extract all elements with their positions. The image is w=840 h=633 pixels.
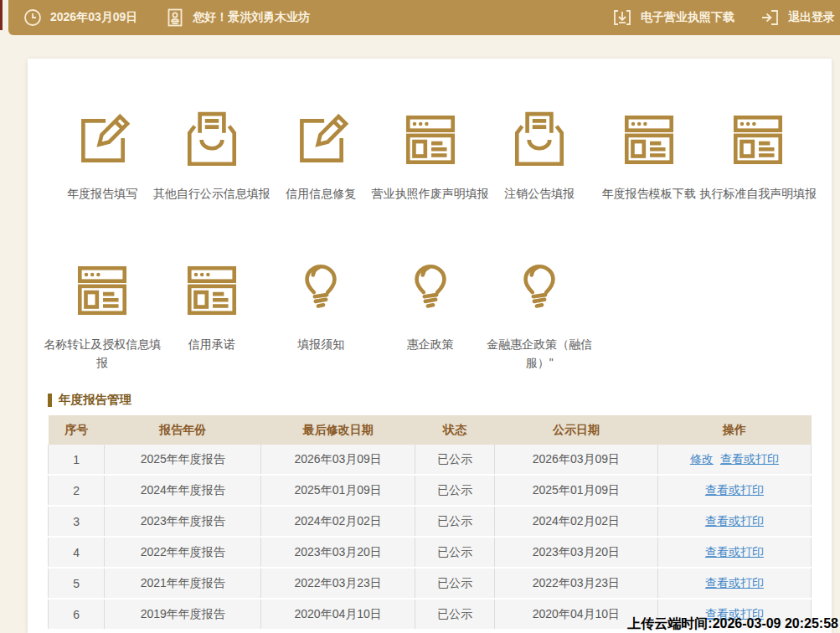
table-header-row: 序号 报告年份 最后修改日期 状态 公示日期 操作 <box>49 415 812 445</box>
form-icon <box>399 109 461 171</box>
form-icon <box>71 260 133 322</box>
cell-no: 5 <box>49 568 105 599</box>
shortcut-label: 金融惠企政策（融信服）" <box>476 335 603 373</box>
table-row: 4 2022年年度报告 2023年03月20日 已公示 2023年03月20日 … <box>49 537 812 568</box>
cell-modified: 2020年04月10日 <box>261 599 415 630</box>
main-card: 年度报告填写 其他自行公示信息填报 信用信息修复 营业执照作废声明填报 注销公告… <box>28 59 832 633</box>
edit-link[interactable]: 修改 <box>690 452 714 466</box>
cell-publish: 2026年03月09日 <box>494 445 657 475</box>
shortcut-label: 信用信息修复 <box>257 184 384 203</box>
edit-icon <box>290 109 352 171</box>
shortcut-other-publicity-info[interactable]: 其他自行公示信息填报 <box>157 109 267 260</box>
view-print-link[interactable]: 查看或打印 <box>705 483 764 497</box>
cell-status: 已公示 <box>415 475 495 506</box>
cell-publish: 2024年02月02日 <box>494 506 657 537</box>
shortcut-credit-commitment[interactable]: 信用承诺 <box>157 260 267 372</box>
cell-modified: 2022年03月23日 <box>261 568 415 599</box>
current-date: 2026年03月09日 <box>50 10 137 25</box>
cell-status: 已公示 <box>415 537 495 568</box>
cell-status: 已公示 <box>415 445 495 475</box>
shortcut-name-transfer-authorization[interactable]: 名称转让及授权信息填报 <box>48 260 157 372</box>
shortcut-financial-policy[interactable]: 金融惠企政策（融信服）" <box>485 260 595 372</box>
cell-publish: 2022年03月23日 <box>494 568 657 599</box>
shortcut-label: 其他自行公示信息填报 <box>148 184 276 203</box>
user-greeting-group: 您好！景洪刘勇木业坊 <box>166 8 310 27</box>
shortcut-annual-report-fill[interactable]: 年度报告填写 <box>48 109 157 260</box>
cell-status: 已公示 <box>415 568 495 599</box>
shortcut-annual-report-template[interactable]: 年度报告模板下载 <box>595 109 704 260</box>
form-icon <box>618 109 680 171</box>
table-row: 5 2021年年度报告 2022年03月23日 已公示 2022年03月23日 … <box>49 568 812 599</box>
cell-modified: 2023年03月20日 <box>261 537 415 568</box>
annual-report-table: 序号 报告年份 最后修改日期 状态 公示日期 操作 1 2025年年度报告 20… <box>48 415 812 630</box>
header-operation: 操作 <box>657 415 811 445</box>
cell-modified: 2026年03月09日 <box>261 445 415 475</box>
cell-year: 2024年年度报告 <box>105 475 261 506</box>
clock-icon <box>23 8 42 27</box>
view-print-link[interactable]: 查看或打印 <box>705 514 764 528</box>
cell-year: 2021年年度报告 <box>105 568 261 599</box>
user-icon <box>166 8 184 27</box>
upload-time: 上传云端时间:2026-03-09 20:25:58 <box>627 615 838 633</box>
shortcut-standard-self-declaration[interactable]: 执行标准自我声明填报 <box>703 109 813 260</box>
shortcut-label: 年度报告填写 <box>39 184 166 203</box>
view-print-link[interactable]: 查看或打印 <box>720 452 779 466</box>
cell-status: 已公示 <box>415 506 495 537</box>
logout-link[interactable]: 退出登录 <box>760 8 835 28</box>
cell-no: 6 <box>49 599 105 630</box>
cell-no: 2 <box>49 475 105 506</box>
shortcut-filing-instructions[interactable]: 填报须知 <box>266 260 376 372</box>
cell-year: 2025年年度报告 <box>105 445 261 475</box>
cell-year: 2019年年度报告 <box>105 599 261 630</box>
shortcut-label: 执行标准自我声明填报 <box>694 184 822 203</box>
shortcut-label: 信用承诺 <box>148 335 276 353</box>
cell-operation: 查看或打印 <box>657 537 811 568</box>
edit-icon <box>71 109 133 171</box>
shortcut-license-void-declaration[interactable]: 营业执照作废声明填报 <box>376 109 486 260</box>
section-accent-bar <box>48 394 52 407</box>
topbar: 2026年03月09日 您好！景洪刘勇木业坊 电子营业执照下载 <box>8 0 840 35</box>
license-download-label: 电子营业执照下载 <box>641 10 734 25</box>
view-print-link[interactable]: 查看或打印 <box>705 576 764 589</box>
table-row: 2 2024年年度报告 2025年01月09日 已公示 2025年01月09日 … <box>49 475 812 506</box>
inbox-icon <box>181 109 243 171</box>
header-status: 状态 <box>415 415 495 445</box>
cell-no: 4 <box>49 537 105 568</box>
bulb-icon <box>508 260 570 322</box>
bulb-icon <box>290 260 352 322</box>
view-print-link[interactable]: 查看或打印 <box>705 545 764 558</box>
header-year: 报告年份 <box>105 415 261 445</box>
download-icon <box>612 8 632 28</box>
cell-status: 已公示 <box>415 599 495 630</box>
table-row: 3 2023年年度报告 2024年02月02日 已公示 2024年02月02日 … <box>49 506 812 537</box>
license-download-link[interactable]: 电子营业执照下载 <box>612 8 734 28</box>
cell-year: 2022年年度报告 <box>105 537 261 568</box>
current-date-group: 2026年03月09日 <box>23 8 137 27</box>
bulb-icon <box>399 260 461 322</box>
user-greeting: 您好！景洪刘勇木业坊 <box>193 10 310 25</box>
cell-operation: 查看或打印 <box>657 568 811 599</box>
shortcut-label: 注销公告填报 <box>476 184 603 203</box>
header-modified: 最后修改日期 <box>261 415 415 445</box>
cell-operation: 查看或打印 <box>657 506 811 537</box>
cell-no: 1 <box>49 445 105 475</box>
shortcut-grid: 年度报告填写 其他自行公示信息填报 信用信息修复 营业执照作废声明填报 注销公告… <box>28 59 832 372</box>
logout-label: 退出登录 <box>788 10 835 25</box>
shortcut-label: 营业执照作废声明填报 <box>367 184 494 203</box>
form-icon <box>181 260 243 322</box>
cell-year: 2023年年度报告 <box>105 506 261 537</box>
cell-publish: 2025年01月09日 <box>494 475 657 506</box>
shortcut-deregistration-notice[interactable]: 注销公告填报 <box>485 109 595 260</box>
shortcut-label: 填报须知 <box>257 335 384 353</box>
section-head: 年度报告管理 <box>48 392 812 408</box>
shortcut-credit-repair[interactable]: 信用信息修复 <box>266 109 376 260</box>
cell-modified: 2025年01月09日 <box>261 475 415 506</box>
cell-operation: 查看或打印 <box>657 475 811 506</box>
logout-icon <box>760 8 780 28</box>
cell-no: 3 <box>49 506 105 537</box>
header-no: 序号 <box>49 415 105 445</box>
shortcut-enterprise-policy[interactable]: 惠企政策 <box>376 260 486 372</box>
inbox-icon <box>508 109 570 171</box>
window-edge <box>0 0 3 30</box>
cell-operation: 修改查看或打印 <box>657 445 811 475</box>
